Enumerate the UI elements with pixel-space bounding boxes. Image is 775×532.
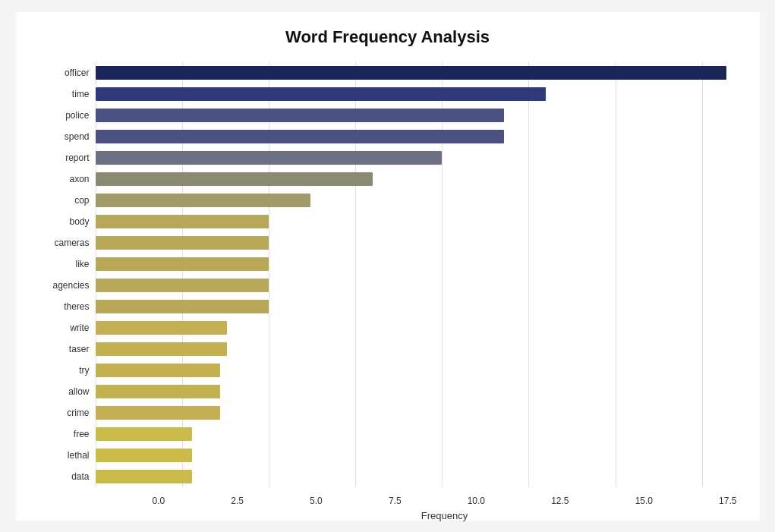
y-label-try: try	[79, 360, 89, 380]
bar-write	[96, 321, 228, 335]
bar-spend	[96, 130, 505, 143]
bar-officer	[96, 66, 726, 80]
y-label-theres: theres	[64, 297, 89, 316]
y-label-allow: allow	[68, 382, 89, 401]
x-tick-2.5: 2.5	[231, 496, 244, 506]
bar-row-cop	[96, 190, 737, 210]
bar-cameras	[96, 236, 269, 250]
bar-row-like	[96, 254, 737, 274]
bar-report	[96, 151, 443, 165]
bar-try	[96, 364, 220, 377]
bar-row-spend	[96, 127, 737, 146]
x-tick-10.0: 10.0	[468, 496, 485, 506]
x-tick-17.5: 17.5	[719, 496, 736, 506]
bar-free	[96, 427, 193, 441]
bar-axon	[96, 172, 373, 186]
bar-row-data	[96, 467, 737, 486]
bars-and-grid: 0.02.55.07.510.012.515.017.5 Frequency	[96, 62, 737, 487]
bar-row-report	[96, 148, 737, 168]
bar-lethal	[96, 449, 193, 462]
bar-row-taser	[96, 339, 737, 359]
bar-row-try	[96, 360, 737, 380]
bar-row-lethal	[96, 445, 737, 465]
x-tick-7.5: 7.5	[389, 496, 402, 506]
x-tick-15.0: 15.0	[635, 496, 653, 506]
y-label-cop: cop	[74, 190, 89, 210]
y-label-free: free	[74, 424, 90, 444]
bar-row-officer	[96, 63, 737, 83]
x-axis-label: Frequency	[421, 510, 468, 521]
y-label-axon: axon	[69, 169, 89, 189]
y-label-officer: officer	[65, 63, 89, 83]
y-label-cameras: cameras	[54, 233, 89, 253]
bar-row-cameras	[96, 233, 737, 253]
bar-row-write	[96, 318, 737, 338]
x-tick-0.0: 0.0	[153, 496, 165, 506]
y-label-spend: spend	[65, 127, 90, 146]
y-label-lethal: lethal	[68, 445, 90, 465]
bar-agencies	[96, 279, 269, 292]
y-label-agencies: agencies	[52, 275, 89, 295]
bar-row-body	[96, 212, 737, 231]
bar-row-allow	[96, 382, 737, 401]
bar-data	[96, 470, 193, 483]
y-label-report: report	[65, 148, 89, 168]
y-label-like: like	[75, 254, 89, 274]
x-tick-5.0: 5.0	[310, 496, 323, 506]
x-ticks: 0.02.55.07.510.012.515.017.5	[153, 496, 737, 506]
y-label-write: write	[70, 318, 89, 338]
bar-like	[96, 257, 269, 271]
bar-row-axon	[96, 169, 737, 189]
bar-allow	[96, 385, 220, 398]
x-tick-12.5: 12.5	[551, 496, 569, 506]
y-axis: officertimepolicespendreportaxoncopbodyc…	[39, 62, 96, 487]
y-label-crime: crime	[67, 403, 89, 423]
bar-taser	[96, 342, 228, 356]
x-axis-container: 0.02.55.07.510.012.515.017.5 Frequency	[153, 496, 737, 521]
bar-crime	[96, 406, 220, 420]
y-label-body: body	[69, 212, 89, 231]
bar-row-agencies	[96, 275, 737, 295]
chart-container: Word Frequency Analysis officertimepolic…	[16, 12, 760, 521]
bar-body	[96, 215, 269, 228]
chart-title: Word Frequency Analysis	[39, 27, 737, 47]
y-label-time: time	[72, 84, 90, 104]
bar-row-theres	[96, 297, 737, 316]
bar-cop	[96, 194, 310, 207]
bar-police	[96, 109, 505, 122]
bar-row-free	[96, 424, 737, 444]
chart-area: officertimepolicespendreportaxoncopbodyc…	[39, 62, 737, 487]
bar-theres	[96, 300, 269, 313]
bar-row-time	[96, 84, 737, 104]
bars-wrapper	[96, 62, 737, 487]
y-label-police: police	[65, 105, 89, 125]
bar-row-police	[96, 105, 737, 125]
bar-time	[96, 87, 547, 101]
bar-row-crime	[96, 403, 737, 423]
y-label-data: data	[71, 467, 89, 486]
y-label-taser: taser	[69, 339, 90, 359]
